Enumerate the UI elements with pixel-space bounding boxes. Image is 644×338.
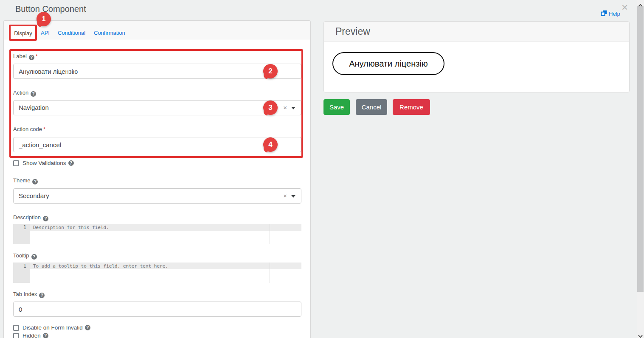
help-icon[interactable]: ? <box>29 55 34 60</box>
save-button[interactable]: Save <box>323 99 350 115</box>
tab-display[interactable]: Display <box>10 25 36 41</box>
preview-title: Preview <box>335 26 370 37</box>
help-link[interactable]: Help <box>601 10 620 17</box>
checkbox-box[interactable] <box>13 325 19 331</box>
help-icon[interactable]: ? <box>43 216 48 221</box>
tooltip-editor[interactable]: 1 To add a tooltip to this field, enter … <box>13 263 301 283</box>
required-asterisk: * <box>36 53 38 59</box>
external-window-icon <box>601 10 607 17</box>
tab-confirmation[interactable]: Confirmation <box>94 25 125 40</box>
help-icon[interactable]: ? <box>85 325 90 330</box>
tab-index-field-label: Tab Index? <box>13 291 45 297</box>
tooltip-field-label: Tooltip? <box>13 252 37 259</box>
editor-gutter: 1 <box>13 263 30 283</box>
tab-api[interactable]: API <box>41 25 50 40</box>
action-code-field-label: Action code* <box>13 126 45 132</box>
label-input[interactable] <box>13 64 301 79</box>
close-icon[interactable]: × <box>622 2 628 13</box>
theme-select[interactable]: Secondary × <box>13 188 301 204</box>
show-validations-label: Show Validations <box>22 160 66 166</box>
tab-index-input[interactable] <box>13 302 301 317</box>
disable-on-form-invalid-label: Disable on Form Invalid <box>22 324 83 331</box>
preview-panel: Preview Анулювати ліцензію <box>323 21 630 92</box>
cancel-button[interactable]: Cancel <box>356 99 387 115</box>
description-field-label: Description? <box>13 214 48 221</box>
description-editor[interactable]: 1 Description for this field. <box>13 224 301 244</box>
hidden-checkbox[interactable]: Hidden ? <box>13 332 48 338</box>
line-number: 1 <box>13 224 30 231</box>
description-editor-placeholder: Description for this field. <box>33 224 109 231</box>
chevron-down-icon[interactable] <box>291 107 295 109</box>
required-asterisk: * <box>43 126 45 132</box>
help-icon[interactable]: ? <box>43 333 48 338</box>
help-link-label: Help <box>609 11 620 17</box>
show-validations-checkbox[interactable]: Show Validations ? <box>13 160 74 166</box>
chevron-down-icon[interactable] <box>291 195 295 198</box>
remove-button[interactable]: Remove <box>393 99 430 115</box>
tab-conditional[interactable]: Conditional <box>58 25 85 40</box>
editor-print-margin <box>270 224 270 244</box>
clear-selection-icon[interactable]: × <box>283 189 287 203</box>
disable-on-form-invalid-checkbox[interactable]: Disable on Form Invalid ? <box>13 324 90 331</box>
tooltip-editor-placeholder: To add a tooltip to this field, enter te… <box>33 263 168 270</box>
action-field-label: Action? <box>13 89 36 96</box>
line-number: 1 <box>13 263 30 269</box>
checkbox-box[interactable] <box>13 333 19 338</box>
theme-select-value: Secondary <box>19 189 49 203</box>
scrollbar-thumb[interactable] <box>637 6 644 292</box>
label-field-label: Label?* <box>13 53 38 59</box>
action-code-input[interactable] <box>13 137 301 152</box>
theme-field-label: Theme? <box>13 177 38 184</box>
scroll-down-icon[interactable] <box>638 332 643 338</box>
scrollbar-track[interactable] <box>637 0 644 338</box>
help-icon[interactable]: ? <box>68 160 74 166</box>
editor-gutter: 1 <box>13 224 30 244</box>
help-icon[interactable]: ? <box>31 254 37 260</box>
action-select[interactable]: Navigation × <box>13 100 301 115</box>
checkbox-box[interactable] <box>13 160 19 166</box>
button-component-dialog: Button Component Help × Display API Cond… <box>0 0 644 338</box>
preview-button[interactable]: Анулювати ліцензію <box>332 52 444 75</box>
page-title: Button Component <box>15 4 86 14</box>
tab-bar <box>4 21 310 40</box>
preview-header: Preview <box>324 22 629 42</box>
hidden-label: Hidden <box>22 332 41 338</box>
editor-print-margin <box>270 263 270 283</box>
clear-selection-icon[interactable]: × <box>283 101 287 115</box>
action-select-value: Navigation <box>19 101 49 115</box>
